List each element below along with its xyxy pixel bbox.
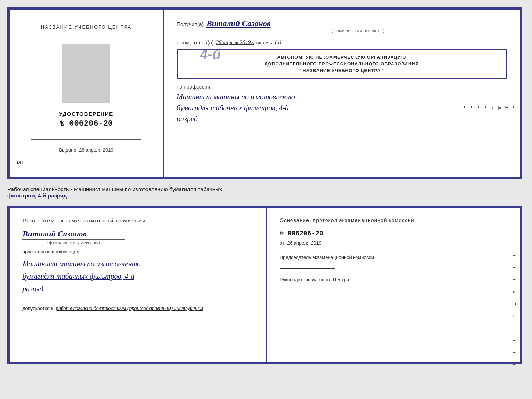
profession-line3: разряд [177,113,507,124]
middle-text: Рабочая специальность - Машинист машины … [7,183,522,202]
rukovoditel-label: Руководитель учебного Центра [280,276,507,284]
qual-line2: бумагидля табачных фильтров, 4-й [22,270,253,282]
heading-title: НАЗВАНИЕ УЧЕБНОГО ЦЕНТРА [41,24,132,30]
predsedatel-signature-line [280,268,335,269]
vydano-line: Выдано 26 апреля 2019 [59,147,113,153]
dopuskaetsya-prefix: допускается к [22,306,53,311]
prisvoena-line: присвоена квалификация [22,249,253,254]
ot-date: 26 апреля 2019 [287,240,322,246]
name-handwritten: Виталий Сазонов [206,19,270,28]
rukovoditel-signature-line [280,291,335,291]
profession-line1: Машинист машины по изготовлению [177,91,507,102]
right-letters-top: – и ,а ← – – – – [462,106,517,110]
fio-label: (фамилия, имя, отчество) [210,29,507,33]
qual-line1: Машинист машины по изготовлению [22,257,253,270]
date-handwritten: 26 апреля 2019г. [216,39,254,46]
resheniem-title: Решением экзаменационной комиссии [22,217,253,224]
poprofessii-line: по профессии [177,84,507,90]
ot-line: от 26 апреля 2019 [280,240,507,246]
profession-line2: бумагидля табачных фильтров, 4-й [177,102,507,113]
stamp-line2: ДОПОЛНИТЕЛЬНОГО ПРОФЕССИОНАЛЬНОГО ОБРАЗО… [183,61,500,67]
stamp-line3: " НАЗВАНИЕ УЧЕБНОГО ЦЕНТРА " [183,67,500,74]
bottom-name-handwritten: Виталий Сазонов [22,229,253,239]
middle-text-main: Рабочая специальность - Машинист машины … [7,186,222,192]
udostoverenie-number: № 006206-20 [60,119,113,128]
top-document: НАЗВАНИЕ УЧЕБНОГО ЦЕНТРА УДОСТОВЕРЕНИЕ №… [7,7,522,179]
osnovanie-title: Основание: протокол экзаменационной коми… [280,217,507,223]
predsedatel-block: Председатель экзаменационной комиссии [280,254,507,269]
bottom-document: Решением экзаменационной комиссии Витали… [7,206,522,364]
bottom-right: Основание: протокол экзаменационной коми… [267,208,520,362]
vydano-date: 26 апреля 2019 [79,147,114,153]
doc-left: НАЗВАНИЕ УЧЕБНОГО ЦЕНТРА УДОСТОВЕРЕНИЕ №… [10,10,164,177]
right-letters-bottom: – – – и ,а ← – – – – [512,252,517,367]
poluchil-prefix: Получил(а) [177,21,204,27]
vtom-prefix: в том, что он(а) [177,40,214,46]
rukovoditel-block: Руководитель учебного Центра [280,276,507,291]
doc-right: Получил(а) Виталий Сазонов – (фамилия, и… [164,10,520,177]
mp-label: М.П. [17,160,27,165]
ot-prefix: от [280,240,284,246]
qual-line3: разряд [22,282,253,295]
protocol-number: № 006206-20 [280,230,507,237]
dopuskaetsya-value: работе согласно должностным (производств… [56,306,203,311]
page-wrapper: НАЗВАНИЕ УЧЕБНОГО ЦЕНТРА УДОСТОВЕРЕНИЕ №… [7,7,525,364]
vydano-label: Выдано [59,147,76,153]
stamp-block: 4-й АВТОНОМНУЮ НЕКОММЕРЧЕСКУЮ ОРГАНИЗАЦИ… [177,49,507,79]
photo-placeholder [62,44,110,103]
poluchil-row: Получил(а) Виталий Сазонов – [177,19,507,29]
stamp-line1: АВТОНОМНУЮ НЕКОММЕРЧЕСКУЮ ОРГАНИЗАЦИЮ [183,54,500,61]
okoncil: окончил(а) [256,39,281,46]
bottom-fio-label: (фамилия, имя, отчество) [22,239,125,245]
udostoverenie-title: УДОСТОВЕРЕНИЕ [59,111,113,117]
predsedatel-label: Председатель экзаменационной комиссии [280,254,507,261]
dopuskaetsya-line: допускается к работе согласно должностны… [22,306,253,311]
vtom-line: в том, что он(а) 26 апреля 2019г. окончи… [177,39,507,46]
middle-text-underlined: фильтров, 4-й разряд [7,192,67,199]
bottom-left: Решением экзаменационной комиссии Витали… [10,208,267,362]
